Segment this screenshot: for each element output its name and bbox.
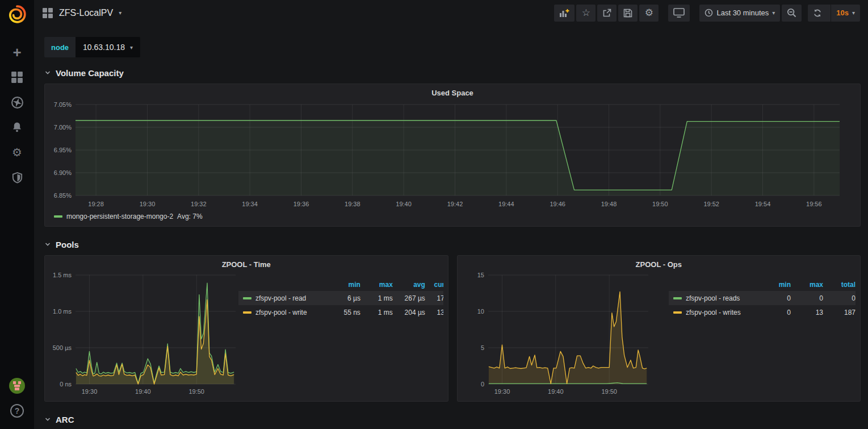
zpool-time-legend-table: minmaxavgcurrentzfspv-pool - read6 µs1 m… bbox=[238, 278, 443, 319]
time-picker-button[interactable]: Last 30 minutes ▾ bbox=[699, 5, 780, 22]
legend-col-avg[interactable]: avg bbox=[393, 281, 425, 289]
svg-text:7.00%: 7.00% bbox=[54, 124, 72, 131]
dashboard-settings-button[interactable]: ⚙ bbox=[639, 5, 659, 22]
grafana-app: + ⚙ bbox=[0, 0, 868, 429]
legend-value: 1 ms bbox=[360, 294, 393, 302]
section-title: Pools bbox=[56, 240, 79, 249]
zpool-ops-chart[interactable]: 19:3019:4019:50051015 bbox=[462, 270, 651, 398]
svg-text:19:52: 19:52 bbox=[703, 201, 719, 207]
svg-text:19:38: 19:38 bbox=[345, 201, 360, 207]
legend-col-current[interactable]: current bbox=[425, 281, 443, 289]
svg-text:19:40: 19:40 bbox=[135, 388, 151, 395]
panel-title[interactable]: Used Space bbox=[49, 88, 856, 99]
navbar: ZFS-LocalPV ▾ ☆ bbox=[34, 0, 868, 26]
svg-text:1.5 ms: 1.5 ms bbox=[53, 272, 72, 278]
add-panel-button[interactable] bbox=[554, 5, 575, 22]
panel-title[interactable]: ZPOOL - Ops bbox=[462, 259, 856, 270]
share-dashboard-button[interactable] bbox=[597, 5, 617, 22]
legend-series-toggle[interactable]: zfspv-pool - reads bbox=[669, 294, 758, 302]
svg-text:5: 5 bbox=[480, 344, 484, 351]
zpool-ops-legend-table: minmaxtotalzfspv-pool - reads000zfspv-po… bbox=[669, 278, 856, 319]
grafana-logo[interactable] bbox=[7, 5, 27, 26]
legend-col-total[interactable]: total bbox=[823, 281, 856, 289]
legend-series-toggle[interactable]: zfspv-pool - read bbox=[238, 294, 328, 302]
svg-text:19:46: 19:46 bbox=[550, 201, 565, 207]
help-icon: ? bbox=[10, 404, 24, 418]
apps-grid-icon bbox=[42, 7, 53, 19]
legend-col-min[interactable]: min bbox=[758, 281, 791, 289]
svg-text:500 µs: 500 µs bbox=[53, 344, 72, 351]
section-arc[interactable]: ARC bbox=[44, 413, 858, 426]
panel-body: 19:3019:4019:50051015 minmaxtotalzfspv-p… bbox=[462, 270, 856, 398]
section-volume-capacity[interactable]: Volume Capacity bbox=[44, 66, 858, 79]
sidebar-item-configuration[interactable]: ⚙ bbox=[0, 140, 34, 165]
sidebar-item-help[interactable]: ? bbox=[0, 398, 34, 423]
legend-value: 172 µs bbox=[425, 294, 443, 302]
svg-text:19:50: 19:50 bbox=[652, 201, 668, 207]
dashboard-title-button[interactable]: ZFS-LocalPV ▾ bbox=[42, 7, 121, 19]
legend-series-label: zfspv-pool - write bbox=[255, 309, 307, 316]
chart-canvas[interactable]: 19:2819:3019:3219:3419:3619:3819:4019:42… bbox=[49, 99, 856, 210]
svg-text:1.0 ms: 1.0 ms bbox=[53, 308, 72, 315]
dashboards-grid-icon bbox=[11, 71, 23, 84]
svg-text:19:50: 19:50 bbox=[188, 388, 204, 395]
monitor-icon bbox=[673, 8, 685, 18]
svg-text:19:30: 19:30 bbox=[140, 201, 156, 207]
refresh-icon bbox=[813, 9, 822, 18]
explore-compass-icon bbox=[11, 96, 24, 109]
zpool-time-chart[interactable]: 19:3019:4019:500 ns500 µs1.0 ms1.5 ms bbox=[49, 270, 238, 398]
legend-value: 135 µs bbox=[425, 309, 443, 316]
section-title: ARC bbox=[56, 415, 74, 424]
chart-canvas[interactable]: 19:3019:4019:500 ns500 µs1.0 ms1.5 ms bbox=[49, 270, 238, 398]
legend-header-row: minmaxavgcurrent bbox=[238, 278, 443, 291]
legend-value: 267 µs bbox=[393, 294, 425, 302]
section-pools[interactable]: Pools bbox=[44, 238, 858, 251]
sidebar-item-server-admin[interactable] bbox=[0, 165, 34, 190]
legend-header-row: minmaxtotal bbox=[669, 278, 856, 291]
variable-value: 10.63.10.18 bbox=[83, 43, 125, 52]
section-title: Volume Capacity bbox=[56, 68, 124, 78]
sidebar-item-create[interactable]: + bbox=[0, 40, 34, 65]
save-dashboard-button[interactable] bbox=[618, 5, 638, 22]
sidebar-item-dashboards[interactable] bbox=[0, 65, 34, 90]
chart-canvas[interactable]: 19:3019:4019:50051015 bbox=[462, 270, 651, 398]
svg-text:19:50: 19:50 bbox=[601, 388, 617, 395]
chevron-down-icon bbox=[44, 241, 51, 248]
legend-series-label: zfspv-pool - read bbox=[255, 294, 306, 302]
refresh-button[interactable] bbox=[808, 5, 827, 22]
refresh-interval-dropdown[interactable]: 10s ▾ bbox=[831, 5, 860, 22]
chevron-down-icon bbox=[44, 69, 51, 76]
chevron-down-icon: ▾ bbox=[772, 10, 775, 16]
series-swatch bbox=[243, 311, 251, 314]
legend-series-toggle[interactable]: zfspv-pool - write bbox=[238, 309, 328, 316]
variable-label: node bbox=[44, 37, 76, 57]
sidebar-item-explore[interactable] bbox=[0, 90, 34, 115]
svg-text:19:42: 19:42 bbox=[447, 201, 463, 207]
zoom-out-button[interactable] bbox=[782, 5, 802, 22]
legend-value: 13 bbox=[791, 309, 823, 316]
legend-wrap: minmaxtotalzfspv-pool - reads000zfspv-po… bbox=[651, 270, 856, 398]
variable-value-dropdown[interactable]: 10.63.10.18 ▾ bbox=[76, 37, 140, 57]
time-range-label: Last 30 minutes bbox=[716, 9, 769, 17]
used-space-chart[interactable]: 19:2819:3019:3219:3419:3619:3819:4019:42… bbox=[49, 99, 856, 210]
legend-value: 6 µs bbox=[328, 294, 360, 302]
legend-col-min[interactable]: min bbox=[328, 281, 360, 289]
cycle-view-mode-button[interactable] bbox=[668, 5, 690, 22]
svg-text:15: 15 bbox=[477, 272, 484, 278]
page-title: ZFS-LocalPV bbox=[59, 8, 113, 18]
panel-title[interactable]: ZPOOL - Time bbox=[49, 259, 443, 270]
star-dashboard-button[interactable]: ☆ bbox=[576, 5, 596, 22]
legend-value: 55 ns bbox=[328, 309, 360, 316]
series-swatch bbox=[54, 215, 62, 218]
svg-text:19:30: 19:30 bbox=[494, 388, 510, 395]
used-space-legend[interactable]: mongo-persistent-storage-mongo-2 Avg: 7% bbox=[49, 210, 856, 223]
svg-text:19:54: 19:54 bbox=[755, 201, 771, 207]
sidebar-item-alerting[interactable] bbox=[0, 115, 34, 140]
sidebar-user-profile[interactable] bbox=[0, 373, 34, 398]
chevron-down-icon: ▾ bbox=[119, 10, 121, 16]
legend-col-max[interactable]: max bbox=[360, 281, 393, 289]
svg-text:19:48: 19:48 bbox=[601, 201, 617, 207]
user-avatar bbox=[9, 377, 26, 394]
legend-col-max[interactable]: max bbox=[791, 281, 823, 289]
legend-series-toggle[interactable]: zfspv-pool - writes bbox=[669, 309, 758, 316]
